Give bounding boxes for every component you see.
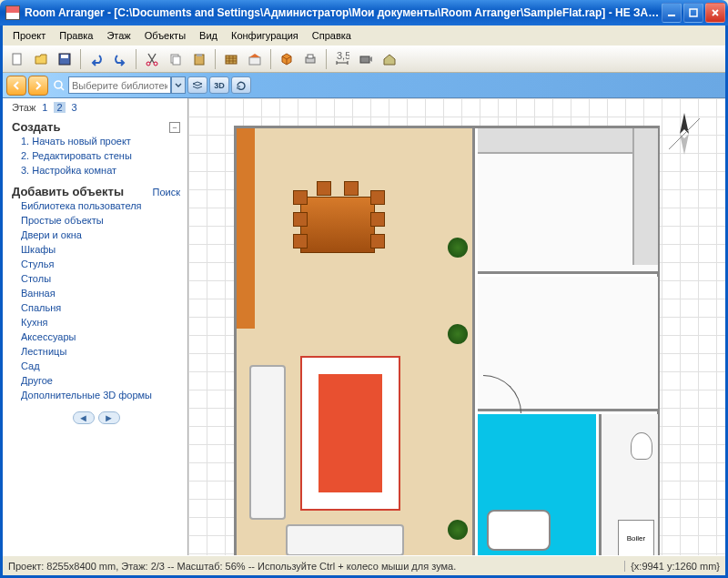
undo-button[interactable] <box>86 48 107 70</box>
cat-stairs[interactable]: Лестницы <box>12 344 180 359</box>
sidebar: Этаж 1 2 3 Создать − 1. Начать новый про… <box>3 98 188 555</box>
sofa-2[interactable] <box>286 524 404 555</box>
kitchen[interactable] <box>478 128 658 274</box>
svg-rect-8 <box>173 56 180 65</box>
section-create-title: Создать <box>12 120 60 134</box>
cat-3d-shapes[interactable]: Дополнительные 3D формы <box>12 388 180 402</box>
camera-button[interactable] <box>355 48 377 70</box>
floor-2[interactable]: 2 <box>54 102 65 113</box>
menu-floor[interactable]: Этаж <box>100 28 136 43</box>
paste-button[interactable] <box>188 48 210 70</box>
svg-rect-1 <box>690 9 697 16</box>
close-button[interactable] <box>705 3 725 23</box>
boiler[interactable]: Boiler <box>618 520 654 555</box>
menu-project[interactable]: Проект <box>6 28 52 43</box>
section-create-collapse[interactable]: − <box>169 122 180 133</box>
cut-button[interactable] <box>141 48 163 70</box>
create-room-settings[interactable]: 3. Настройка комнат <box>12 163 180 177</box>
floor-1[interactable]: 1 <box>39 102 50 113</box>
status-bar: Проект: 8255x8400 mm, Этаж: 2/3 -- Масшт… <box>3 555 725 575</box>
sidebar-scroll-right[interactable]: ► <box>98 411 120 424</box>
chair[interactable] <box>370 190 385 205</box>
door-arc[interactable] <box>483 375 521 413</box>
plant[interactable] <box>448 324 468 344</box>
chair[interactable] <box>293 234 308 248</box>
open-button[interactable] <box>30 48 52 70</box>
menu-objects[interactable]: Объекты <box>138 28 192 43</box>
toilet[interactable] <box>631 432 652 460</box>
cat-simple[interactable]: Простые объекты <box>12 213 180 228</box>
create-edit-walls[interactable]: 2. Редактировать стены <box>12 148 180 163</box>
rooms-button[interactable] <box>244 48 266 70</box>
cat-user-library[interactable]: Библиотека пользователя <box>12 198 180 213</box>
cat-tables[interactable]: Столы <box>12 271 180 286</box>
redo-button[interactable] <box>109 48 131 70</box>
cat-doors-windows[interactable]: Двери и окна <box>12 228 180 242</box>
kitchen-counter-side[interactable] <box>632 128 658 265</box>
living-room[interactable] <box>237 128 475 555</box>
save-button[interactable] <box>54 48 76 70</box>
wall-counter[interactable] <box>237 128 255 329</box>
nav-back-button[interactable] <box>6 76 26 96</box>
menu-help[interactable]: Справка <box>306 28 358 43</box>
kitchen-counter[interactable] <box>478 128 651 154</box>
library-bar: 3D <box>3 73 725 98</box>
maximize-button[interactable] <box>683 3 703 23</box>
cat-other[interactable]: Другое <box>12 373 180 388</box>
dining-table[interactable] <box>300 197 375 253</box>
chair[interactable] <box>344 181 359 196</box>
measure-button[interactable]: 3,5m <box>331 48 353 70</box>
menu-view[interactable]: Вид <box>193 28 224 43</box>
utility-room[interactable]: Boiler <box>599 414 658 555</box>
copy-button[interactable] <box>165 48 187 70</box>
view-layers-button[interactable] <box>187 76 207 94</box>
cat-bedroom[interactable]: Спальня <box>12 300 180 315</box>
cat-garden[interactable]: Сад <box>12 359 180 373</box>
menu-edit[interactable]: Правка <box>53 28 99 43</box>
library-search-input[interactable] <box>68 76 171 94</box>
sidebar-scroll-left[interactable]: ◄ <box>73 411 95 424</box>
stair-hall[interactable] <box>478 277 658 411</box>
walls-button[interactable] <box>220 48 242 70</box>
floor-plan[interactable]: Boiler <box>234 126 660 555</box>
sofa[interactable] <box>249 365 286 520</box>
library-dropdown-button[interactable] <box>171 76 186 94</box>
chair[interactable] <box>293 190 308 205</box>
chair[interactable] <box>370 212 385 227</box>
cat-wardrobes[interactable]: Шкафы <box>12 242 180 257</box>
minimize-button[interactable] <box>662 3 682 23</box>
search-icon <box>50 76 68 95</box>
chair[interactable] <box>370 234 385 248</box>
box3d-button[interactable] <box>276 48 298 70</box>
floor-3[interactable]: 3 <box>69 102 80 113</box>
cat-kitchen[interactable]: Кухня <box>12 315 180 330</box>
new-button[interactable] <box>6 48 28 70</box>
chair[interactable] <box>293 212 308 227</box>
menu-config[interactable]: Конфигурация <box>225 28 305 43</box>
create-new-project[interactable]: 1. Начать новый проект <box>12 134 180 148</box>
design-canvas[interactable]: Boiler <box>188 98 725 555</box>
cat-accessories[interactable]: Аксессуары <box>12 330 180 344</box>
cat-chairs[interactable]: Стулья <box>12 257 180 271</box>
bathroom[interactable] <box>478 414 596 555</box>
plant[interactable] <box>448 238 468 258</box>
compass-icon <box>662 111 707 157</box>
cat-bathroom[interactable]: Ванная <box>12 286 180 300</box>
home-button[interactable] <box>379 48 400 70</box>
svg-point-6 <box>154 62 157 66</box>
view-refresh-button[interactable] <box>231 76 251 94</box>
rug[interactable] <box>300 356 400 511</box>
chair[interactable] <box>317 181 331 196</box>
menu-bar: Проект Правка Этаж Объекты Вид Конфигура… <box>3 25 725 46</box>
bathtub[interactable] <box>487 510 551 551</box>
add-search-link[interactable]: Поиск <box>153 187 180 198</box>
section-add-title: Добавить объекты <box>12 185 124 198</box>
print-button[interactable] <box>299 48 321 70</box>
svg-point-5 <box>147 62 150 66</box>
svg-rect-0 <box>668 15 675 16</box>
svg-text:3,5m: 3,5m <box>337 52 349 61</box>
view-3d-button[interactable]: 3D <box>209 76 229 94</box>
nav-forward-button[interactable] <box>28 76 48 96</box>
status-text: Проект: 8255x8400 mm, Этаж: 2/3 -- Масшт… <box>8 561 624 572</box>
plant[interactable] <box>448 520 468 540</box>
